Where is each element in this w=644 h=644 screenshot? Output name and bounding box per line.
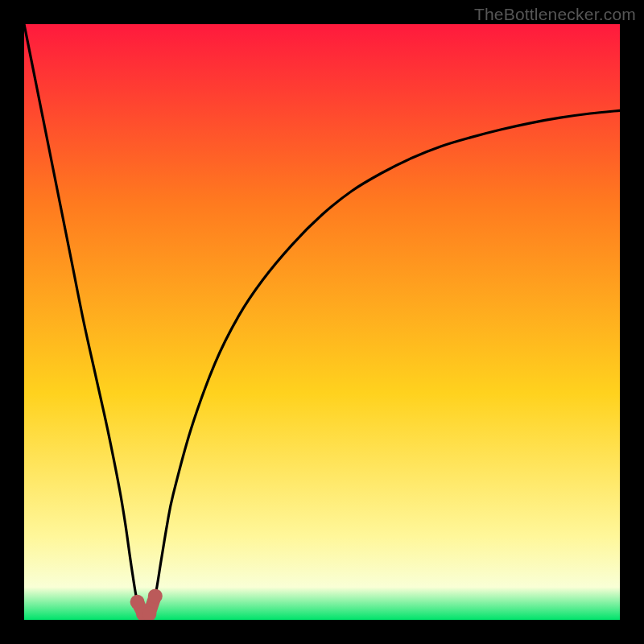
chart-frame xyxy=(24,24,620,620)
watermark-text: TheBottlenecker.com xyxy=(474,5,636,24)
chart-svg xyxy=(24,24,620,620)
gradient-background xyxy=(24,24,620,620)
selection-marker xyxy=(148,588,163,603)
